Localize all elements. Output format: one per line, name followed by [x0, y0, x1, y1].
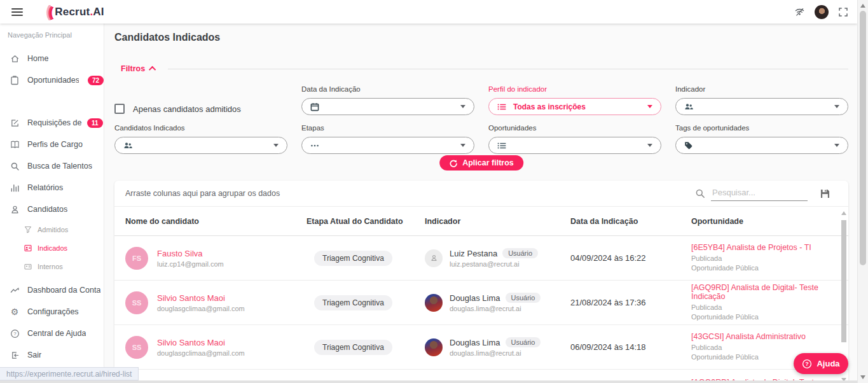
sidebar-item-perfis-de-cargo[interactable]: Perfis de Cargo [0, 134, 104, 155]
table-row: SS Silvio Santos Maoi douglasgclimaa@gma… [114, 281, 848, 325]
logo-arcs-icon: ((( [46, 4, 55, 20]
opportunity-link[interactable]: [6E5YB4] Analista de Projetos - TI [691, 243, 839, 252]
browser-scrollbar-thumb[interactable] [860, 11, 866, 265]
save-view-button[interactable] [820, 188, 830, 199]
sidebar-item-relatorios[interactable]: Relatórios [0, 177, 104, 198]
scroll-down-icon[interactable] [860, 375, 865, 379]
search-input[interactable] [711, 186, 808, 201]
table-row: FS Fausto Silva luiz.cp14@gmail.com Tria… [114, 236, 848, 281]
scroll-up-icon[interactable] [841, 211, 846, 215]
indicator-avatar-placeholder-icon [425, 249, 443, 267]
page-title: Candidatos Indicados [114, 32, 857, 43]
perfil-indicador-select[interactable]: Todas as inscrições [488, 98, 661, 115]
opportunity-status: Publicada [691, 254, 839, 263]
indicator-cell: Douglas LimaUsuário douglas.lima@recrut.… [425, 293, 570, 312]
sidebar-item-candidatos[interactable]: Candidatos [0, 198, 104, 220]
stage-chip: Triagem Cognitiva [314, 295, 392, 310]
filters-divider [168, 69, 848, 69]
table-header-row: Nome do candidato Etapa Atual do Candida… [114, 207, 848, 236]
data-indicacao-select[interactable] [301, 98, 474, 115]
opportunity-status: Publicada [691, 343, 839, 352]
main-content: Candidatos Indicados Filtros Apenas cand… [104, 24, 857, 383]
filter-oportunidades: Oportunidades [488, 124, 661, 154]
menu-icon[interactable] [11, 8, 23, 16]
candidate-avatar: SS [125, 291, 148, 314]
candidate-email: luiz.cp14@gmail.com [157, 260, 224, 268]
indicator-cell: Luiz PestanaUsuário luiz.pestana@recrut.… [425, 248, 570, 268]
bar-chart-icon [10, 183, 20, 193]
refresh-icon [449, 159, 457, 167]
table-row: SS Silvio Santos Maoi douglasgclimaa@gma… [114, 325, 848, 370]
admitted-only-filter: Apenas candidatos admitidos [114, 102, 287, 115]
help-button[interactable]: ? Ajuda [794, 353, 848, 374]
app-logo[interactable]: ((( Recrut.AI [46, 4, 104, 20]
sidebar-item-dashboard-da-conta[interactable]: Dashboard da Conta [0, 279, 104, 301]
referral-date: 04/09/2024 às 16:22 [570, 253, 691, 263]
indicator-role-chip: Usuário [506, 337, 541, 347]
browser-scrollbar [857, 0, 868, 383]
column-header-etapa[interactable]: Etapa Atual do Candidato [307, 217, 425, 226]
apply-filters-button[interactable]: Aplicar filtros [439, 155, 523, 171]
etapas-select[interactable] [301, 137, 474, 154]
sidebar-subitem-admitidos[interactable]: Admitidos [0, 220, 104, 239]
opportunity-cell: [AGQ9RD] Analista de Digital- Teste Indi… [691, 283, 839, 322]
sidebar-item-oportunidades[interactable]: Oportunidades 72 [0, 69, 104, 91]
question-circle-icon: ? [802, 359, 812, 369]
indicator-name: Douglas Lima [450, 338, 500, 347]
referral-date: 06/09/2024 às 14:18 [570, 342, 691, 352]
indicator-role-chip: Usuário [502, 248, 538, 258]
candidate-avatar: SS [125, 336, 148, 359]
tags-select[interactable] [675, 137, 848, 154]
candidate-name-link[interactable]: Silvio Santos Maoi [157, 338, 245, 347]
indicator-email: douglas.lima@recrut.ai [450, 305, 541, 312]
topbar: ((( Recrut.AI [0, 0, 857, 24]
filter-perfil-indicador: Perfil do indicador Todas as inscrições [488, 85, 661, 115]
scroll-up-icon[interactable] [860, 4, 865, 8]
indicator-cell: Douglas LimaUsuário douglas.lima@recrut.… [425, 337, 570, 357]
sidebar-subitem-indicados[interactable]: Indicados [0, 239, 104, 257]
candidate-cell[interactable]: SS Silvio Santos Maoi douglasgclimaa@gma… [125, 336, 307, 359]
sidebar-item-home[interactable]: Home [0, 48, 104, 69]
column-header-data[interactable]: Data da Indicação [570, 217, 691, 226]
chevron-up-icon[interactable] [149, 66, 156, 73]
fullscreen-icon[interactable] [838, 7, 848, 17]
admitted-only-checkbox[interactable] [114, 104, 125, 114]
candidatos-indicados-select[interactable] [114, 137, 287, 154]
candidate-name-link[interactable]: Fausto Silva [157, 249, 224, 258]
filters-toggle[interactable]: Filtros [121, 64, 145, 73]
sidebar-item-sair[interactable]: Sair [0, 344, 104, 366]
column-header-indicador[interactable]: Indicador [425, 217, 570, 226]
indicator-avatar-photo [425, 338, 443, 356]
opportunity-link[interactable]: [43GCSI] Analista Administrativo [691, 332, 839, 341]
sidebar-subitem-internos[interactable]: Internos [0, 257, 104, 275]
filters-panel: Apenas candidatos admitidos Data da Indi… [114, 85, 848, 154]
candidate-cell[interactable]: SS Silvio Santos Maoi douglasgclimaa@gma… [125, 291, 307, 314]
clipboard-icon [10, 75, 20, 85]
edit-square-icon [10, 118, 20, 128]
column-header-oportunidade[interactable]: Oportunidade [691, 217, 839, 226]
column-header-nome[interactable]: Nome do candidato [125, 217, 307, 226]
trend-line-icon [10, 285, 20, 295]
stage-chip: Triagem Cognitiva [314, 251, 392, 266]
oportunidades-select[interactable] [488, 137, 661, 154]
indicador-select[interactable] [675, 98, 848, 115]
grouping-bar[interactable]: Arraste colunas aqui para agrupar os dad… [114, 181, 848, 207]
sidebar-item-busca-de-talentos[interactable]: Busca de Talentos [0, 155, 104, 177]
opportunity-cell: [6E5YB4] Analista de Projetos - TI Publi… [691, 243, 839, 273]
book-icon [10, 139, 20, 150]
opportunity-visibility: Oportunidade Pública [691, 312, 839, 322]
sidebar: Navegação Principal Home Oportunidades 7… [0, 24, 104, 383]
grouping-hint: Arraste colunas aqui para agrupar os dad… [125, 189, 280, 198]
chevron-down-icon [460, 144, 465, 147]
candidate-cell[interactable]: FS Fausto Silva luiz.cp14@gmail.com [125, 247, 307, 270]
sidebar-item-requisicoes[interactable]: Requisições de V 11 [0, 112, 104, 134]
opportunity-link[interactable]: [AGQ9RD] Analista de Digital- Teste Indi… [691, 283, 839, 301]
indicator-email: douglas.lima@recrut.ai [450, 349, 541, 357]
candidate-name-link[interactable]: Silvio Santos Maoi [157, 293, 245, 303]
user-avatar[interactable] [815, 5, 829, 19]
candidate-email: douglasgclimaa@gmail.com [157, 349, 245, 357]
sidebar-item-central-de-ajuda[interactable]: ? Central de Ajuda [0, 323, 104, 344]
sidebar-item-configuracoes[interactable]: ⚙ Configurações [0, 301, 104, 323]
perfil-indicador-value: Todas as inscrições [513, 102, 586, 111]
table-scrollbar-thumb[interactable] [841, 220, 846, 342]
